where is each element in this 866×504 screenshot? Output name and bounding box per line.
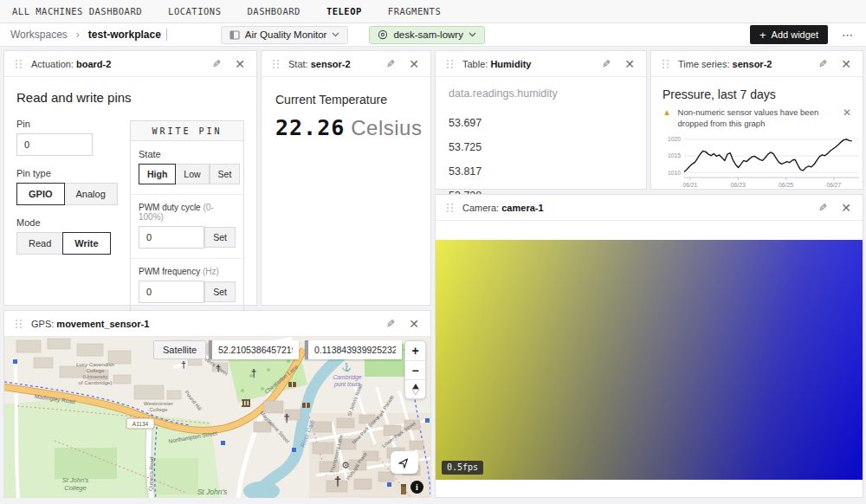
pencil-icon[interactable]: ✎ xyxy=(386,318,395,330)
info-icon[interactable]: i xyxy=(410,481,423,494)
navigation-arrow-icon xyxy=(398,456,410,468)
widget-title-prefix: Camera: xyxy=(462,203,499,213)
drag-handle-icon[interactable] xyxy=(447,204,454,212)
nav-teleop[interactable]: TELEOP xyxy=(326,6,362,16)
map-label: Westminster xyxy=(144,400,173,406)
close-icon[interactable]: ✕ xyxy=(409,318,419,330)
state-set-button[interactable]: Set xyxy=(210,164,241,184)
nav-locations[interactable]: LOCATIONS xyxy=(168,6,221,16)
map-zoom-controls: + − xyxy=(404,340,426,399)
camera-stream: 0.5fps xyxy=(436,240,863,480)
mode-write-button[interactable]: Write xyxy=(62,232,110,255)
breadcrumb-current[interactable]: test-workplace xyxy=(88,29,167,41)
zoom-in-button[interactable]: + xyxy=(405,341,425,360)
warning-text: Non-numeric sensor values have been drop… xyxy=(678,107,824,130)
map-label: Queen's Road xyxy=(147,456,154,491)
workspace-icon xyxy=(229,30,240,40)
svg-text:†: † xyxy=(283,411,289,424)
widget-header: GPS: movement_sensor-1 ✎ ✕ xyxy=(4,311,430,337)
close-icon[interactable]: ✕ xyxy=(235,58,245,70)
warning-icon: ▲! xyxy=(662,107,673,118)
svg-text:1020: 1020 xyxy=(668,136,681,142)
widget-title: sensor-2 xyxy=(733,59,772,69)
drag-handle-icon[interactable] xyxy=(273,60,280,68)
pwm-duty-input[interactable] xyxy=(139,226,204,249)
map-label: St John's xyxy=(62,476,89,484)
machine-select[interactable]: desk-sam-lowry xyxy=(369,26,485,44)
write-pin-header: WRITE PIN xyxy=(131,121,243,141)
widget-stat: Stat: sensor-2 ✎ ✕ Current Temperature 2… xyxy=(261,50,431,306)
pwm-freq-label: PWM frequency xyxy=(139,267,200,276)
stat-value: 22.26 xyxy=(275,115,345,140)
close-icon[interactable]: ✕ xyxy=(841,58,851,70)
map-label: College xyxy=(87,367,106,373)
widget-title-prefix: Time series: xyxy=(678,59,730,69)
more-menu-button[interactable]: ⋯ xyxy=(842,29,856,42)
svg-text:1015: 1015 xyxy=(668,152,681,158)
drag-handle-icon[interactable] xyxy=(447,60,454,68)
pin-type-gpio-button[interactable]: GPIO xyxy=(16,183,65,205)
close-icon[interactable]: ✕ xyxy=(843,107,851,118)
state-high-button[interactable]: High xyxy=(139,164,176,184)
map-container: † † † † † ⚙ ⚓ Madingley Road Lucy C xyxy=(4,337,430,498)
breadcrumb-root[interactable]: Workspaces xyxy=(10,29,68,41)
pin-type-analog-button[interactable]: Analog xyxy=(64,183,118,205)
pwm-freq-set-button[interactable]: Set xyxy=(204,281,236,302)
widget-title: sensor-2 xyxy=(311,59,351,69)
workspace-select[interactable]: Air Quality Monitor xyxy=(221,26,349,44)
svg-text:06/21: 06/21 xyxy=(682,182,697,188)
svg-text:06/23: 06/23 xyxy=(731,182,746,188)
close-icon[interactable]: ✕ xyxy=(841,202,851,214)
zoom-out-button[interactable]: − xyxy=(405,360,425,379)
nav-all-machines-dashboard[interactable]: ALL MACHINES DASHBOARD xyxy=(12,6,142,16)
pwm-duty-set-button[interactable]: Set xyxy=(204,227,236,248)
svg-text:†: † xyxy=(251,367,257,379)
locate-button[interactable] xyxy=(391,451,418,474)
map-label: of Cambridge) xyxy=(78,379,112,385)
state-low-button[interactable]: Low xyxy=(175,164,209,184)
satellite-toggle-button[interactable]: Satellite xyxy=(153,340,206,359)
actuation-heading: Read and write pins xyxy=(16,90,244,105)
add-widget-button[interactable]: + Add widget xyxy=(750,25,828,44)
map-label: punt tours xyxy=(333,381,361,388)
workspace-select-value: Air Quality Monitor xyxy=(245,29,327,40)
svg-text:06/25: 06/25 xyxy=(779,182,793,188)
close-icon[interactable]: ✕ xyxy=(624,58,635,70)
widget-title-prefix: Table: xyxy=(462,59,488,69)
close-icon[interactable]: ✕ xyxy=(409,58,419,70)
pencil-icon[interactable]: ✎ xyxy=(818,58,827,70)
pencil-icon[interactable]: ✎ xyxy=(212,58,221,70)
drag-handle-icon[interactable] xyxy=(662,60,669,68)
pwm-freq-unit: (Hz) xyxy=(203,267,219,276)
divider xyxy=(131,258,243,259)
widget-header: Table: Humidity ✎ ✕ xyxy=(436,51,646,77)
anchor-icon: ⚓ xyxy=(341,362,352,372)
drag-handle-icon[interactable] xyxy=(16,60,23,68)
widget-title: board-2 xyxy=(76,59,111,69)
pencil-icon[interactable]: ✎ xyxy=(818,202,827,214)
attribution-icon xyxy=(401,484,406,494)
chevron-down-icon xyxy=(469,32,476,37)
latitude-input[interactable] xyxy=(209,340,299,359)
nav-dashboard[interactable]: DASHBOARD xyxy=(247,6,300,16)
write-pin-panel: WRITE PIN State High Low Set PWM duty cy… xyxy=(130,120,244,313)
compass-button[interactable] xyxy=(405,379,425,398)
pencil-icon[interactable]: ✎ xyxy=(386,58,395,70)
map-canvas[interactable]: † † † † † ⚙ ⚓ Madingley Road Lucy C xyxy=(4,337,430,498)
pin-input[interactable] xyxy=(16,133,93,156)
table-row: 53.725 xyxy=(449,135,633,159)
drag-handle-icon[interactable] xyxy=(16,320,23,328)
pencil-icon[interactable]: ✎ xyxy=(602,58,611,70)
map-label: Lucy Cavendish xyxy=(76,361,115,367)
pwm-freq-input[interactable] xyxy=(139,281,204,303)
table-row: 53.697 xyxy=(449,111,633,135)
nav-fragments[interactable]: FRAGMENTS xyxy=(388,6,441,16)
chart-title: Pressure, last 7 days xyxy=(662,87,851,101)
map-label: Cambridge xyxy=(333,374,361,381)
widget-gps: GPS: movement_sensor-1 ✎ ✕ xyxy=(3,310,431,498)
mode-read-button[interactable]: Read xyxy=(16,232,63,255)
table-row: 53.817 xyxy=(449,159,633,184)
longitude-input[interactable] xyxy=(305,340,402,359)
toolbar: Workspaces › test-workplace Air Quality … xyxy=(0,23,866,47)
stat-unit: Celsius xyxy=(351,116,422,140)
